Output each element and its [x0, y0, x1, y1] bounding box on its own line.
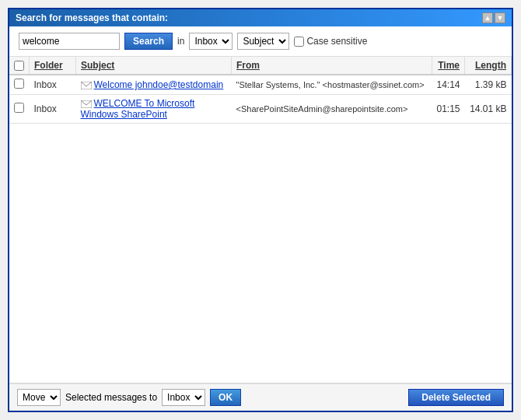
- row-checkbox-1[interactable]: [14, 103, 24, 113]
- title-bar-buttons: ▲ ▼: [482, 12, 505, 23]
- table-row: Inbox Welcome johndoe@testdomain"Stellar…: [9, 75, 512, 95]
- select-all-checkbox[interactable]: [14, 61, 24, 71]
- row-checkbox-0[interactable]: [14, 79, 24, 89]
- cell-from: <SharePointSiteAdmin@sharepointsite.com>: [232, 95, 432, 124]
- in-label: in: [177, 36, 184, 47]
- cell-length: 1.39 kB: [465, 75, 512, 95]
- title-bar: Search for messages that contain: ▲ ▼: [9, 9, 512, 26]
- messages-table-area: Folder Subject From Time Length: [9, 57, 512, 383]
- subject-link[interactable]: Welcome johndoe@testdomain: [94, 79, 224, 90]
- header-subject: Subject: [76, 57, 232, 75]
- cell-from: "Stellar Systems, Inc." <hostmaster@ssin…: [232, 75, 432, 95]
- search-button[interactable]: Search: [124, 33, 173, 50]
- email-icon: [81, 79, 94, 90]
- scroll-down-btn[interactable]: ▼: [495, 12, 505, 23]
- cell-folder: Inbox: [30, 75, 76, 95]
- action-dropdown[interactable]: Move: [17, 389, 61, 406]
- main-window: Search for messages that contain: ▲ ▼ Se…: [8, 8, 513, 412]
- table-body: Inbox Welcome johndoe@testdomain"Stellar…: [9, 75, 512, 124]
- footer-bar: Move Selected messages to Inbox OK Delet…: [9, 383, 512, 411]
- table-header-row: Folder Subject From Time Length: [9, 57, 512, 75]
- from-sort[interactable]: From: [236, 60, 260, 71]
- ok-button[interactable]: OK: [210, 389, 241, 406]
- search-input[interactable]: [19, 33, 120, 50]
- email-icon: [81, 98, 94, 109]
- folder-dropdown[interactable]: Inbox: [189, 33, 233, 50]
- content-area: Search in Inbox Subject Case sensitive: [9, 26, 512, 411]
- cell-length: 14.01 kB: [465, 95, 512, 124]
- subject-link[interactable]: WELCOME To Microsoft Windows SharePoint: [81, 98, 195, 120]
- footer-left: Move Selected messages to Inbox OK: [17, 389, 241, 406]
- destination-folder-dropdown[interactable]: Inbox: [162, 389, 205, 406]
- time-sort[interactable]: Time: [438, 60, 460, 71]
- scroll-up-btn[interactable]: ▲: [482, 12, 493, 23]
- messages-table: Folder Subject From Time Length: [9, 57, 512, 124]
- case-sensitive-checkbox[interactable]: [294, 37, 304, 47]
- cell-time: 14:14: [432, 75, 464, 95]
- table-row: Inbox WELCOME To Microsoft Windows Share…: [9, 95, 512, 124]
- length-sort[interactable]: Length: [475, 60, 506, 71]
- case-sensitive-label[interactable]: Case sensitive: [294, 36, 367, 47]
- cell-subject: WELCOME To Microsoft Windows SharePoint: [76, 95, 232, 124]
- cell-subject: Welcome johndoe@testdomain: [76, 75, 232, 95]
- subject-dropdown[interactable]: Subject: [237, 33, 289, 50]
- subject-sort[interactable]: Subject: [81, 60, 114, 71]
- delete-selected-button[interactable]: Delete Selected: [408, 389, 504, 406]
- header-length: Length: [465, 57, 512, 75]
- search-bar: Search in Inbox Subject Case sensitive: [9, 26, 512, 57]
- window-title: Search for messages that contain:: [16, 12, 168, 23]
- cell-folder: Inbox: [30, 95, 76, 124]
- folder-sort[interactable]: Folder: [34, 60, 63, 71]
- header-checkbox-cell: [9, 57, 30, 75]
- footer-right: Delete Selected: [408, 389, 504, 406]
- header-folder: Folder: [30, 57, 76, 75]
- header-time: Time: [432, 57, 464, 75]
- cell-time: 01:15: [432, 95, 464, 124]
- header-from: From: [232, 57, 432, 75]
- selected-messages-label: Selected messages to: [65, 392, 157, 403]
